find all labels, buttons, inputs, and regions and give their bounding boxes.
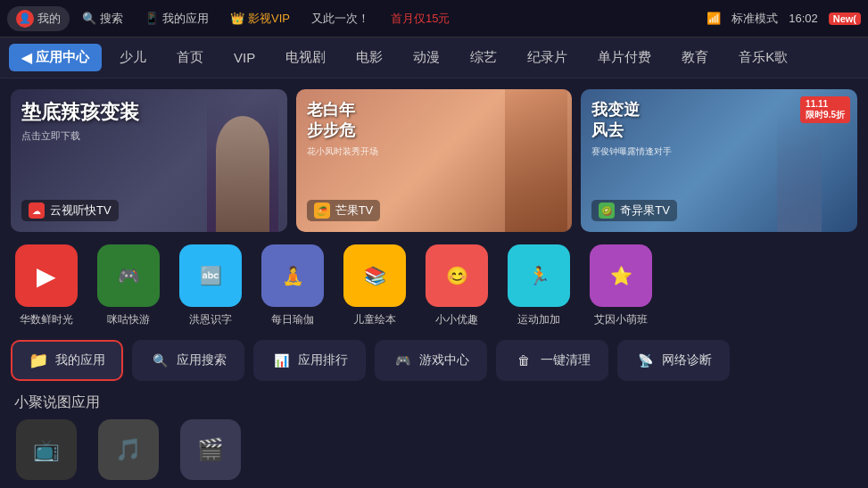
topbar-search-label: 搜索 bbox=[100, 11, 123, 27]
section-title: 小聚说图应用 bbox=[11, 393, 857, 412]
nav-back-button[interactable]: ◀ 应用中心 bbox=[9, 44, 102, 71]
topbar-right: 📶 标准模式 16:02 New( bbox=[707, 11, 861, 27]
nav-variety[interactable]: 综艺 bbox=[458, 44, 509, 71]
nav-vip[interactable]: VIP bbox=[221, 45, 268, 70]
wifi-icon: 📶 bbox=[707, 12, 721, 25]
tool-appsearch-label: 应用搜索 bbox=[177, 352, 227, 368]
topbar-first[interactable]: 首月仅15元 bbox=[382, 7, 459, 30]
app-sport[interactable]: 🏃 运动加加 bbox=[503, 244, 575, 327]
main-content: 垫底辣孩变装 点击立即下载 ☁ 云视听快TV 老白年步步危 花小凤时装秀开场 bbox=[0, 79, 868, 480]
app-ayin-name: 艾因小萌班 bbox=[594, 312, 648, 327]
folder-icon: 📁 bbox=[29, 351, 48, 370]
banner1-label-icon: ☁ bbox=[29, 203, 45, 219]
bottom-app-1-icon: 📺 bbox=[16, 419, 77, 480]
tool-oneclean[interactable]: 🗑 一键清理 bbox=[496, 340, 608, 381]
app-xiaoxiao[interactable]: 😊 小小优趣 bbox=[421, 244, 492, 327]
topbar-first-label: 首月仅15元 bbox=[391, 11, 450, 27]
app-ayin-icon: ⭐ bbox=[590, 244, 652, 307]
bottom-app-1[interactable]: 📺 bbox=[11, 419, 82, 480]
topbar-search[interactable]: 🔍 搜索 bbox=[73, 7, 132, 30]
app-yoga[interactable]: 🧘 每日瑜伽 bbox=[257, 244, 328, 327]
app-hongsi[interactable]: 🔤 洪恩识字 bbox=[175, 244, 246, 327]
bottom-app-3-icon: 🎬 bbox=[180, 419, 241, 480]
topbar-myapps[interactable]: 📱 我的应用 bbox=[136, 7, 218, 30]
bottom-apps: 📺 🎵 🎬 bbox=[11, 419, 857, 480]
topbar-promo[interactable]: 又此一次！ bbox=[302, 7, 378, 30]
banner3-label-icon: 🥝 bbox=[599, 203, 615, 219]
nav-music[interactable]: 音乐K歌 bbox=[726, 44, 800, 71]
clock: 16:02 bbox=[789, 12, 818, 25]
topbar-myapps-label: 我的应用 bbox=[162, 11, 209, 27]
tool-apprank-label: 应用排行 bbox=[298, 352, 348, 368]
tool-gamecenter[interactable]: 🎮 游戏中心 bbox=[375, 340, 487, 381]
banner-yunshi[interactable]: 垫底辣孩变装 点击立即下载 ☁ 云视听快TV bbox=[11, 89, 287, 232]
app-huashu-icon: ▶ bbox=[15, 244, 78, 307]
new-badge: New( bbox=[829, 12, 861, 25]
trash-icon: 🗑 bbox=[514, 351, 533, 370]
nav-documentary[interactable]: 纪录片 bbox=[515, 44, 580, 71]
app-huashu-name: 华数鲜时光 bbox=[20, 312, 73, 327]
nav-children[interactable]: 少儿 bbox=[107, 44, 159, 71]
my-icon: 👤 bbox=[16, 10, 34, 28]
app-huashu[interactable]: ▶ 华数鲜时光 bbox=[11, 244, 82, 327]
app-picture[interactable]: 📚 儿童绘本 bbox=[339, 244, 410, 327]
top-bar: 👤 我的 🔍 搜索 📱 我的应用 👑 影视VIP 又此一次！ 首月仅15元 📶 … bbox=[0, 0, 868, 37]
tool-myapps-label: 我的应用 bbox=[55, 352, 105, 368]
banner1-label: 云视听快TV bbox=[50, 203, 112, 219]
app-xiaoxiao-icon: 😊 bbox=[426, 244, 488, 307]
tool-apprank[interactable]: 📊 应用排行 bbox=[253, 340, 366, 381]
app-yoga-icon: 🧘 bbox=[261, 244, 324, 307]
myapps-icon: 📱 bbox=[145, 12, 159, 25]
app-miaoku[interactable]: 🎮 咪咕快游 bbox=[93, 244, 164, 327]
nav-home[interactable]: 首页 bbox=[164, 44, 216, 71]
bottom-app-3[interactable]: 🎬 bbox=[175, 419, 246, 480]
banner2-label: 芒果TV bbox=[335, 203, 374, 219]
app-hongsi-icon: 🔤 bbox=[179, 244, 242, 307]
nav-ppv[interactable]: 单片付费 bbox=[585, 44, 664, 71]
banner-section: 垫底辣孩变装 点击立即下载 ☁ 云视听快TV 老白年步步危 花小凤时装秀开场 bbox=[11, 89, 857, 232]
banner2-label-icon: 🥭 bbox=[314, 203, 330, 219]
nav-movie[interactable]: 电影 bbox=[343, 44, 395, 71]
vip-crown-icon: 👑 bbox=[230, 12, 244, 25]
app-miaoku-icon: 🎮 bbox=[97, 244, 160, 307]
app-sport-icon: 🏃 bbox=[508, 244, 570, 307]
app-sport-name: 运动加加 bbox=[517, 312, 560, 327]
bottom-app-2[interactable]: 🎵 bbox=[93, 419, 164, 480]
topbar-promo-label: 又此一次！ bbox=[311, 11, 369, 27]
game-icon: 🎮 bbox=[393, 351, 412, 370]
search-tool-icon: 🔍 bbox=[150, 351, 169, 370]
tool-netdiag[interactable]: 📡 网络诊断 bbox=[617, 340, 730, 381]
bottom-app-2-icon: 🎵 bbox=[98, 419, 159, 480]
tool-buttons: 📁 我的应用 🔍 应用搜索 📊 应用排行 🎮 游戏中心 🗑 一键清理 📡 网络诊… bbox=[11, 340, 857, 381]
banner-kiwi[interactable]: 我变逆风去 赛俊钟曝露情逢对手 🥝 奇异果TV 11.11限时9.5折 bbox=[581, 89, 857, 232]
tool-appsearch[interactable]: 🔍 应用搜索 bbox=[132, 340, 244, 381]
tool-gamecenter-label: 游戏中心 bbox=[419, 352, 469, 368]
app-hongsi-name: 洪恩识字 bbox=[189, 312, 232, 327]
nav-back-label: 应用中心 bbox=[36, 49, 89, 66]
nav-anime[interactable]: 动漫 bbox=[401, 44, 452, 71]
nav-education[interactable]: 教育 bbox=[669, 44, 721, 71]
search-icon: 🔍 bbox=[82, 12, 96, 25]
topbar-vip[interactable]: 👑 影视VIP bbox=[221, 7, 299, 30]
tool-myapps[interactable]: 📁 我的应用 bbox=[11, 340, 123, 381]
topbar-my-label: 我的 bbox=[37, 11, 61, 27]
back-arrow-icon: ◀ bbox=[21, 50, 32, 66]
mode-label: 标准模式 bbox=[732, 11, 778, 27]
rank-icon: 📊 bbox=[271, 351, 291, 370]
nav-tvshow[interactable]: 电视剧 bbox=[273, 44, 338, 71]
app-picture-icon: 📚 bbox=[343, 244, 406, 307]
app-picture-name: 儿童绘本 bbox=[353, 312, 396, 327]
app-miaoku-name: 咪咕快游 bbox=[107, 312, 150, 327]
tool-oneclean-label: 一键清理 bbox=[541, 352, 591, 368]
app-yoga-name: 每日瑜伽 bbox=[271, 312, 314, 327]
topbar-vip-label: 影视VIP bbox=[248, 11, 290, 27]
network-icon: 📡 bbox=[635, 351, 655, 370]
nav-bar: ◀ 应用中心 少儿 首页 VIP 电视剧 电影 动漫 综艺 纪录片 单片付费 教… bbox=[0, 37, 868, 79]
tool-netdiag-label: 网络诊断 bbox=[662, 352, 712, 368]
app-xiaoxiao-name: 小小优趣 bbox=[435, 312, 478, 327]
app-grid: ▶ 华数鲜时光 🎮 咪咕快游 🔤 洪恩识字 🧘 每日瑜伽 📚 儿童绘本 😊 小小… bbox=[11, 244, 857, 327]
topbar-my[interactable]: 👤 我的 bbox=[7, 6, 70, 31]
app-ayin[interactable]: ⭐ 艾因小萌班 bbox=[585, 244, 657, 327]
banner-mango[interactable]: 老白年步步危 花小凤时装秀开场 🥭 芒果TV bbox=[296, 89, 573, 232]
banner3-label: 奇异果TV bbox=[620, 203, 670, 219]
